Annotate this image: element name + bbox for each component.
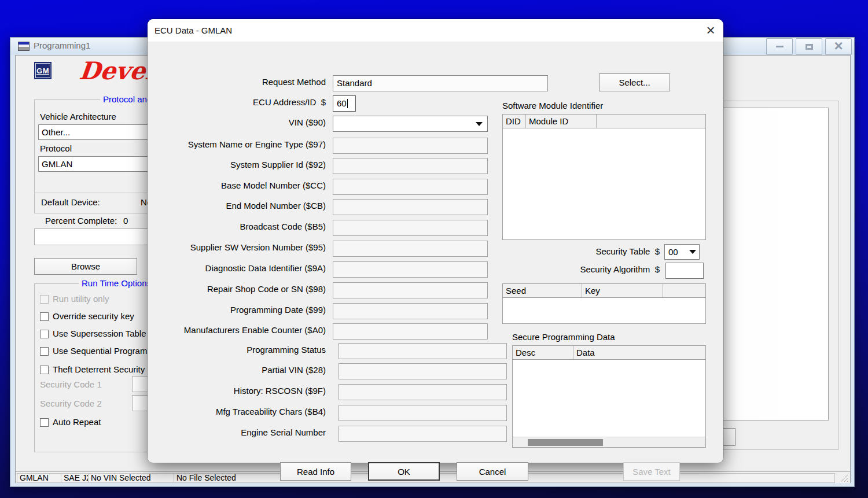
repair-shop-code-field	[333, 282, 488, 298]
engine-serial-label: Engine Serial Number	[148, 427, 326, 439]
checkbox-label: Auto Repeat	[53, 417, 101, 427]
secure-programming-data-label: Secure Programming Data	[512, 332, 615, 342]
system-supplier-label: System Supplier Id ($92)	[148, 160, 326, 171]
percent-complete-label: Percent Complete:	[45, 216, 117, 226]
gm-logo-text: GM	[36, 67, 49, 75]
broadcast-code-field	[333, 220, 488, 236]
base-model-label: Base Model Number ($CC)	[148, 180, 326, 192]
security-code-1-label: Security Code 1	[40, 379, 102, 389]
checkbox-icon	[40, 366, 49, 374]
protocol-label: Protocol	[40, 143, 72, 153]
dialog-title: ECU Data - GMLAN	[155, 19, 232, 42]
vehicle-architecture-value: Other...	[42, 127, 70, 137]
programming-status-field	[339, 343, 507, 359]
checkbox-icon	[40, 312, 49, 321]
column-header-module-id: Module ID	[526, 115, 597, 128]
column-header-desc: Desc	[513, 346, 573, 359]
status-vin: No VIN Selected	[88, 473, 175, 483]
seed-key-table-header: Seed Key	[503, 284, 705, 298]
engine-serial-field	[339, 426, 507, 442]
ecu-address-field[interactable]: 60	[333, 95, 356, 112]
programming-date-label: Programming Date ($99)	[148, 305, 326, 316]
ecu-address-label: ECU Address/ID $	[148, 97, 326, 109]
security-table-value: 00	[668, 247, 678, 257]
request-method-field: Standard	[333, 75, 548, 91]
column-header-seed: Seed	[503, 284, 582, 297]
seed-key-list[interactable]	[503, 298, 705, 323]
repair-shop-code-label: Repair Shop Code or SN ($98)	[148, 284, 326, 296]
secure-programming-table-header: Desc Data	[513, 346, 705, 360]
status-protocol: GMLAN	[17, 473, 62, 483]
horizontal-scrollbar[interactable]	[513, 437, 705, 447]
secure-programming-list[interactable]	[513, 360, 705, 437]
default-device-label: Default Device:	[41, 197, 100, 207]
vehicle-architecture-label: Vehicle Architecture	[40, 112, 116, 121]
column-header-key: Key	[582, 284, 663, 297]
supplier-sw-version-label: Supplier SW Version Number ($95)	[148, 242, 326, 254]
dropdown-arrow-icon	[689, 250, 696, 254]
maximize-button[interactable]	[796, 38, 822, 55]
system-name-label: System Name or Engine Type ($97)	[148, 139, 326, 151]
programming-date-field	[333, 303, 488, 319]
end-model-field	[333, 199, 488, 215]
desktop-background: Programming1 × GM Development Protocol a…	[0, 0, 868, 498]
window-icon	[18, 42, 30, 51]
minimize-button[interactable]	[766, 38, 793, 55]
base-model-field	[333, 179, 488, 195]
close-button[interactable]: ×	[825, 38, 852, 55]
checkbox-icon	[40, 418, 49, 427]
seed-key-table: Seed Key	[502, 283, 706, 324]
security-algorithm-label: Security Algorithm $	[502, 264, 660, 276]
software-module-identifier-label: Software Module Identifier	[502, 101, 603, 110]
vin-select[interactable]	[333, 116, 488, 132]
broadcast-code-label: Broadcast Code ($B5)	[148, 222, 326, 233]
mfg-traceability-field	[339, 405, 507, 421]
dropdown-arrow-icon	[476, 122, 483, 126]
ecu-data-dialog: ECU Data - GMLAN × Request Method ECU Ad…	[148, 19, 723, 462]
dialog-titlebar[interactable]: ECU Data - GMLAN ×	[148, 19, 723, 42]
software-module-list[interactable]	[503, 128, 705, 239]
read-info-button[interactable]: Read Info	[280, 462, 351, 481]
request-method-label: Request Method	[148, 77, 326, 88]
system-name-field	[333, 138, 488, 154]
save-text-button: Save Text	[623, 462, 680, 481]
mfr-enable-counter-field	[333, 323, 488, 340]
column-header-did: DID	[503, 115, 526, 128]
ecu-address-value: 60	[337, 98, 347, 108]
column-header-data: Data	[573, 346, 660, 359]
runtime-options-label: Run Time Options	[79, 278, 154, 288]
partial-vin-label: Partial VIN ($28)	[148, 365, 326, 377]
scrollbar-thumb[interactable]	[528, 439, 603, 446]
ok-button[interactable]: OK	[368, 462, 440, 481]
dialog-close-button[interactable]: ×	[702, 20, 719, 40]
main-window-title: Programming1	[34, 40, 90, 50]
security-table-select[interactable]: 00	[664, 244, 700, 260]
partial-vin-field	[339, 363, 507, 379]
percent-complete-value: 0	[123, 216, 128, 226]
vin-label: VIN ($90)	[148, 117, 326, 129]
maximize-icon	[806, 44, 813, 50]
cancel-button[interactable]: Cancel	[457, 462, 528, 481]
status-interface: SAE J2534	[61, 473, 90, 483]
checkbox-icon	[40, 330, 49, 338]
resize-grip-icon[interactable]	[840, 474, 848, 482]
checkbox-label: Theft Deterrent Security	[53, 364, 145, 374]
security-table-label: Security Table $	[502, 246, 660, 258]
history-rscosn-label: History: RSCOSN ($9F)	[148, 386, 326, 397]
system-supplier-field	[333, 158, 488, 174]
mfg-traceability-label: Mfg Traceability Chars ($B4)	[148, 407, 326, 418]
secure-programming-table: Desc Data	[512, 345, 706, 448]
protocol-value: GMLAN	[42, 159, 72, 169]
window-controls: ×	[766, 38, 852, 55]
supplier-sw-version-field	[333, 241, 488, 257]
security-algorithm-field[interactable]	[665, 263, 704, 279]
security-code-2-label: Security Code 2	[40, 399, 102, 408]
mfr-enable-counter-label: Manufacturers Enable Counter ($A0)	[148, 325, 326, 337]
browse-button[interactable]: Browse	[34, 258, 137, 275]
diagnostic-data-id-label: Diagnostic Data Identifier ($9A)	[148, 263, 326, 275]
gm-logo: GM	[34, 62, 52, 79]
checkbox-icon	[40, 295, 49, 304]
close-icon: ×	[834, 40, 843, 51]
history-rscosn-field	[339, 384, 507, 400]
select-button[interactable]: Select...	[599, 73, 670, 91]
